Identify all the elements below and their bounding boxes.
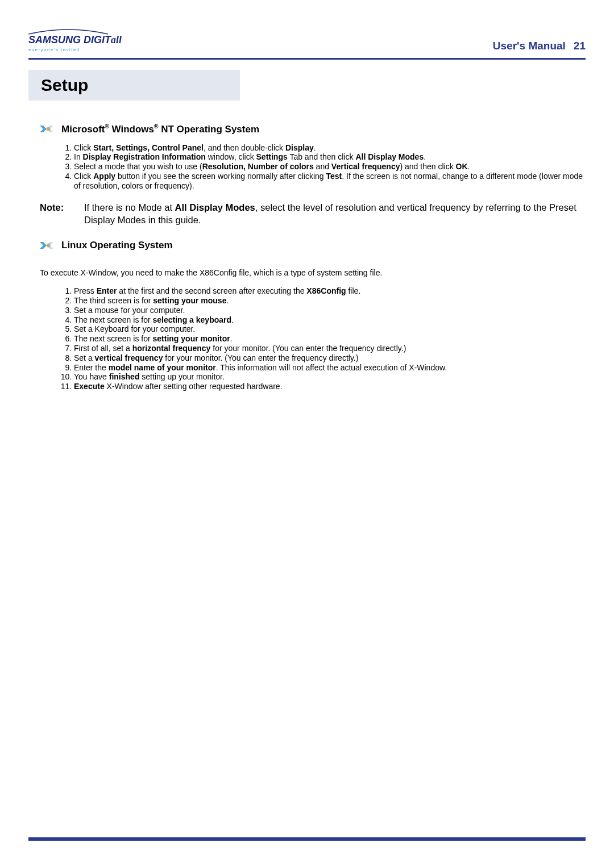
list-item: Press Enter at the first and the second … (74, 286, 586, 296)
reg-mark: ® (105, 123, 109, 130)
list-item: Select a mode that you wish to use (Reso… (74, 162, 586, 172)
logo-text-1: SAMSUNG DIGIT (28, 34, 111, 45)
os-heading-nt: Microsoft® Windows® NT Operating System (61, 123, 259, 135)
logo-swoosh-icon (28, 28, 108, 35)
list-item: Execute X-Window after setting other req… (74, 382, 586, 391)
page-header: SAMSUNG DIGITall everyone's invited User… (28, 34, 586, 60)
list-item: Click Apply button if you see the screen… (74, 172, 586, 191)
logo-main: SAMSUNG DIGITall (28, 34, 122, 46)
note-block: Note: If there is no Mode at All Display… (40, 201, 586, 227)
list-item: Enter the model name of your monitor. Th… (74, 363, 586, 373)
arrow-bullet-icon (40, 241, 53, 250)
footer-divider (28, 837, 586, 841)
svg-marker-5 (47, 242, 53, 249)
os-heading-linux: Linux Operating System (61, 240, 173, 251)
linux-intro: To execute X-Window, you need to make th… (40, 268, 586, 277)
note-label: Note: (40, 201, 84, 227)
logo-text-2: all (111, 34, 122, 45)
list-item: The next screen is for setting your moni… (74, 334, 586, 344)
linux-steps-list: Press Enter at the first and the second … (74, 286, 586, 391)
list-item: Click Start, Settings, Control Panel, an… (74, 143, 586, 153)
list-item: In Display Registration Information wind… (74, 152, 586, 162)
brand-logo: SAMSUNG DIGITall everyone's invited (28, 34, 122, 52)
section-title-bar: Setup (28, 70, 240, 101)
heading-text: NT Operating System (158, 124, 259, 135)
svg-marker-2 (47, 126, 53, 132)
page-container: SAMSUNG DIGITall everyone's invited User… (0, 0, 614, 436)
list-item: The third screen is for setting your mou… (74, 296, 586, 306)
list-item: You have finished setting up your monito… (74, 372, 586, 382)
svg-marker-0 (40, 126, 47, 132)
arrow-bullet-icon (40, 124, 53, 133)
nt-steps-list: Click Start, Settings, Control Panel, an… (74, 143, 586, 191)
os-heading-row-nt: Microsoft® Windows® NT Operating System (40, 123, 586, 135)
svg-marker-3 (40, 242, 47, 249)
heading-text: Windows (109, 124, 154, 135)
page-number: 21 (574, 40, 586, 52)
list-item: Set a Keyboard for your computer. (74, 324, 586, 334)
section-title: Setup (41, 76, 227, 95)
list-item: First of all, set a horizontal frequency… (74, 344, 586, 353)
list-item: Set a vertical frequency for your monito… (74, 353, 586, 363)
heading-text: Microsoft (61, 124, 105, 135)
header-title: User's Manual21 (493, 40, 586, 52)
list-item: The next screen is for selecting a keybo… (74, 315, 586, 325)
manual-title: User's Manual (493, 40, 566, 52)
list-item: Set a mouse for your computer. (74, 306, 586, 315)
note-body: If there is no Mode at All Display Modes… (84, 201, 586, 227)
logo-tagline: everyone's invited (28, 47, 122, 52)
os-heading-row-linux: Linux Operating System (40, 240, 586, 251)
